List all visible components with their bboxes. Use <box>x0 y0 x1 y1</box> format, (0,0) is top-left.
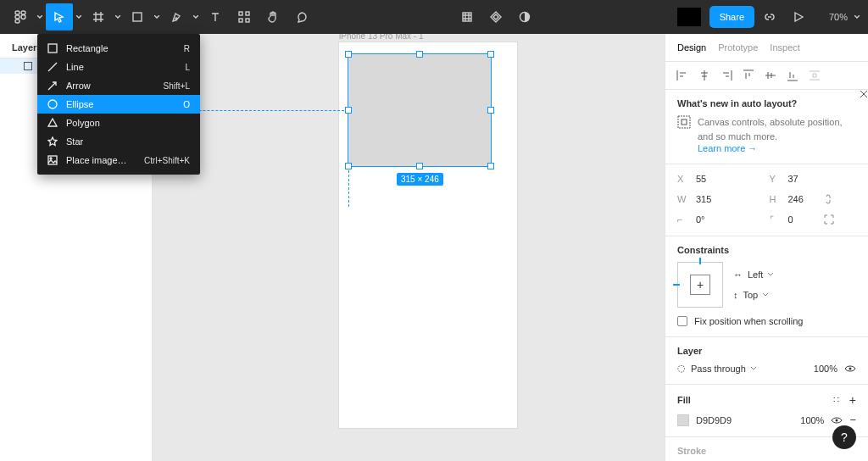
rotation-label: ⌐ <box>677 214 689 225</box>
fill-opacity[interactable]: 100% <box>800 415 824 425</box>
selected-rectangle[interactable] <box>348 54 491 166</box>
menu-item-place-image[interactable]: Place image…Ctrl+Shift+K <box>37 151 200 169</box>
share-button[interactable]: Share <box>709 6 754 28</box>
menu-item-arrow[interactable]: ArrowShift+L <box>37 76 200 95</box>
remove-fill-button[interactable]: − <box>849 414 856 426</box>
add-fill-button[interactable]: + <box>849 393 856 407</box>
svg-point-18 <box>48 100 57 108</box>
move-tool-chevron[interactable] <box>75 3 83 31</box>
layer-opacity[interactable]: 100% <box>814 364 837 374</box>
align-hcenter-icon[interactable] <box>698 69 711 82</box>
whats-new-body: Canvas controls, absolute position, and … <box>698 117 843 142</box>
frame-tool-button[interactable] <box>85 3 112 31</box>
hand-icon <box>267 11 279 23</box>
align-right-icon[interactable] <box>720 69 733 82</box>
boolean-button[interactable] <box>511 3 538 31</box>
align-row <box>665 62 868 90</box>
radius-label: ⌜ <box>770 214 782 225</box>
mask-button[interactable] <box>482 3 509 31</box>
pen-tool-chevron[interactable] <box>192 3 200 31</box>
svg-rect-8 <box>239 19 242 22</box>
svg-point-16 <box>836 419 838 421</box>
svg-rect-14 <box>682 119 687 125</box>
align-top-icon[interactable] <box>742 69 755 82</box>
shape-tool-chevron[interactable] <box>153 3 161 31</box>
canvas[interactable]: iPhone 13 Pro Max - 1 315 × 246 <box>153 34 665 461</box>
fix-position-checkbox[interactable]: Fix position when scrolling <box>677 316 856 326</box>
main-menu-chevron[interactable] <box>36 3 44 31</box>
contrast-icon <box>519 11 531 23</box>
radius-input[interactable] <box>787 214 819 225</box>
arrow-icon <box>47 81 58 91</box>
pen-tool-button[interactable] <box>163 3 190 31</box>
zoom-level[interactable]: 70% <box>814 12 851 22</box>
constraints-section: Constraints + ↔Left ↕Top Fix position wh… <box>665 236 868 337</box>
fill-styles-icon[interactable]: ∷ <box>833 395 841 406</box>
link-icon <box>764 11 776 23</box>
visibility-icon[interactable] <box>831 416 843 425</box>
whats-new-close[interactable] <box>860 90 868 98</box>
align-left-icon[interactable] <box>676 69 689 82</box>
whats-new-section: What's new in auto layout? Canvas contro… <box>665 90 868 164</box>
x-label: X <box>677 174 689 184</box>
auto-layout-icon <box>677 115 691 129</box>
constraint-v-dropdown[interactable]: ↕Top <box>733 290 773 300</box>
cursor-icon <box>53 11 65 23</box>
fill-swatch[interactable] <box>677 414 689 426</box>
text-icon <box>209 11 221 23</box>
menu-item-ellipse[interactable]: EllipseO <box>37 95 200 114</box>
component-button[interactable] <box>453 3 481 31</box>
comment-icon <box>296 11 308 23</box>
tab-prototype[interactable]: Prototype <box>718 42 758 53</box>
dev-mode-button[interactable] <box>756 3 783 31</box>
rotation-input[interactable] <box>694 214 737 225</box>
move-tool-button[interactable] <box>46 3 73 31</box>
main-menu-button[interactable] <box>7 3 34 31</box>
zoom-chevron[interactable] <box>853 3 861 31</box>
tab-inspect[interactable]: Inspect <box>770 42 799 53</box>
menu-item-rectangle[interactable]: RectangleR <box>37 39 200 58</box>
y-input[interactable] <box>787 173 829 185</box>
resources-icon <box>238 11 250 23</box>
resources-button[interactable] <box>231 3 258 31</box>
blend-mode-dropdown[interactable]: ◌Pass through <box>677 363 756 374</box>
menu-item-star[interactable]: Star <box>37 132 200 151</box>
frame-tool-chevron[interactable] <box>114 3 122 31</box>
component-icon <box>461 11 473 23</box>
shape-tool-button[interactable] <box>124 3 151 31</box>
text-tool-button[interactable] <box>202 3 229 31</box>
tab-design[interactable]: Design <box>677 42 706 53</box>
constrain-proportions-icon[interactable] <box>824 193 832 205</box>
comment-tool-button[interactable] <box>288 3 315 31</box>
guide-vertical <box>348 166 349 207</box>
avatar[interactable] <box>677 8 701 26</box>
svg-rect-1 <box>21 11 25 14</box>
present-button[interactable] <box>785 3 812 31</box>
constraints-widget[interactable]: + <box>677 262 723 308</box>
right-panel: Design Prototype Inspect What's new in a… <box>665 34 868 461</box>
align-bottom-icon[interactable] <box>786 69 799 82</box>
w-input[interactable] <box>694 193 737 205</box>
rectangle-icon <box>24 62 32 70</box>
distribute-icon[interactable] <box>808 69 821 82</box>
svg-point-3 <box>21 15 25 19</box>
help-button[interactable]: ? <box>832 425 856 449</box>
x-input[interactable] <box>694 173 737 185</box>
independent-corners-icon[interactable] <box>824 214 834 225</box>
h-input[interactable] <box>787 193 819 205</box>
menu-item-line[interactable]: LineL <box>37 58 200 76</box>
layer-title: Layer <box>677 346 856 356</box>
y-label: Y <box>770 174 782 184</box>
frame-label[interactable]: iPhone 13 Pro Max - 1 <box>339 34 424 41</box>
hand-tool-button[interactable] <box>259 3 287 31</box>
align-vcenter-icon[interactable] <box>764 69 777 82</box>
visibility-icon[interactable] <box>844 364 856 373</box>
layer-section: Layer ◌Pass through 100% <box>665 337 868 385</box>
menu-item-polygon[interactable]: Polygon <box>37 114 200 132</box>
whats-new-link[interactable]: Learn more → <box>698 143 757 153</box>
play-icon <box>793 12 804 22</box>
svg-rect-12 <box>25 63 32 70</box>
polygon-icon <box>47 118 58 128</box>
constraint-h-dropdown[interactable]: ↔Left <box>733 269 773 280</box>
fill-hex[interactable]: D9D9D9 <box>696 415 732 425</box>
